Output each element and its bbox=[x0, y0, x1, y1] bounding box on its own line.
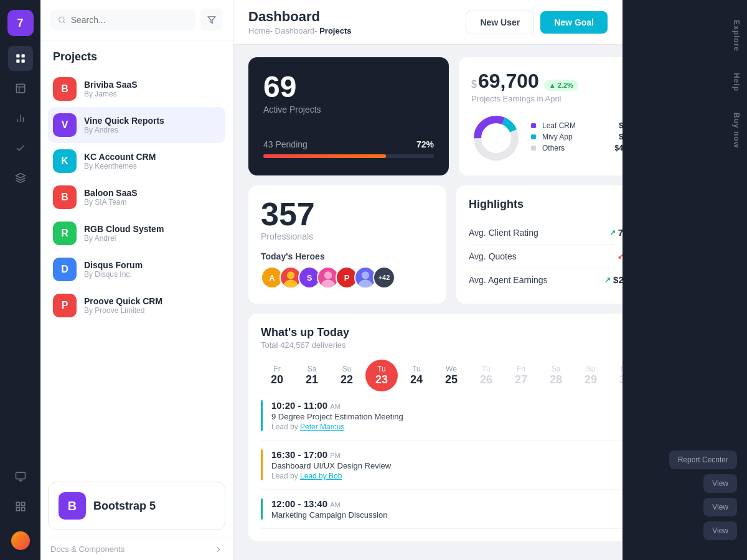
event-content-1: 10:20 - 11:00 AM 9 Degree Project Estima… bbox=[271, 400, 403, 431]
calendar-days: Fr 20 Sa 21 Su 22 Tu 23 bbox=[261, 360, 622, 391]
svg-marker-10 bbox=[16, 174, 25, 179]
progress-bar-fill bbox=[263, 154, 386, 158]
search-bar bbox=[40, 0, 233, 40]
page-title: Dashboard bbox=[248, 9, 351, 25]
bootstrap-card[interactable]: B Bootstrap 5 bbox=[48, 482, 225, 530]
cal-day-23[interactable]: Tu 23 bbox=[365, 360, 398, 391]
trend-up-icon-2: ↗ bbox=[604, 276, 611, 284]
project-by: By Disqus Inc. bbox=[84, 270, 143, 279]
sidebar-icon-monitor[interactable] bbox=[8, 464, 33, 489]
project-name: Baloon SaaS bbox=[84, 188, 138, 198]
search-input-wrap[interactable] bbox=[50, 10, 195, 30]
cal-day-28[interactable]: Sa 28 bbox=[540, 360, 572, 391]
professionals-number: 357 bbox=[261, 198, 434, 230]
cal-day-21[interactable]: Sa 21 bbox=[296, 360, 328, 391]
earnings-label: Projects Earnings in April bbox=[471, 94, 622, 103]
tab-buy-now[interactable]: Buy now bbox=[726, 103, 747, 158]
svg-point-27 bbox=[321, 280, 334, 289]
earnings-number: 69,700 bbox=[478, 70, 539, 93]
svg-rect-0 bbox=[16, 54, 19, 57]
pending-row: 43 Pending 72% bbox=[263, 139, 434, 149]
event-lead-link-1[interactable]: Peter Marcus bbox=[300, 422, 344, 431]
professionals-card: 357 Professionals Today's Heroes A S P bbox=[248, 185, 446, 304]
event-bar-3 bbox=[261, 498, 263, 520]
event-lead-link-2[interactable]: Lead by Bob bbox=[300, 472, 342, 480]
project-item-proove-quick-crm[interactable]: P Proove Quick CRM By Proove Limited bbox=[48, 287, 225, 324]
project-logo: P bbox=[53, 294, 77, 317]
sidebar-icon-grid[interactable] bbox=[8, 46, 33, 71]
highlights-title: Highlights bbox=[469, 198, 622, 211]
project-item-baloon-saas[interactable]: B Baloon SaaS By SIA Team bbox=[48, 179, 225, 215]
sidebar-icon-layers[interactable] bbox=[8, 166, 33, 190]
project-info: Proove Quick CRM By Proove Limited bbox=[84, 296, 162, 315]
user-avatar[interactable]: 7 bbox=[7, 10, 34, 36]
view-button-3[interactable]: View bbox=[703, 521, 737, 540]
sidebar-icon-chart[interactable] bbox=[8, 106, 33, 131]
svg-point-24 bbox=[287, 271, 294, 279]
whatsup-card: What's up Today Total 424,567 deliveries… bbox=[248, 314, 622, 541]
cal-day-20[interactable]: Fr 20 bbox=[261, 360, 293, 391]
project-item-kc-account-crm[interactable]: K KC Account CRM By Keenthemes bbox=[48, 143, 225, 179]
bottom-user-avatar[interactable] bbox=[11, 531, 30, 550]
project-logo: B bbox=[53, 77, 77, 101]
sidebar-icon-grid2[interactable] bbox=[8, 494, 33, 519]
view-button-2[interactable]: View bbox=[703, 498, 737, 516]
tab-help[interactable]: Help bbox=[726, 63, 747, 101]
svg-rect-17 bbox=[21, 508, 24, 511]
cal-day-26[interactable]: Tu 26 bbox=[470, 360, 502, 391]
search-input[interactable] bbox=[71, 15, 188, 25]
cal-day-29[interactable]: Su 29 bbox=[575, 360, 607, 391]
legend-name-others: Others bbox=[542, 144, 611, 152]
new-user-button[interactable]: New User bbox=[466, 11, 534, 34]
avatar-more: +42 bbox=[373, 266, 395, 289]
event-3: 12:00 - 13:40 AM Marketing Campaign Disc… bbox=[261, 490, 622, 529]
event-time-3: 12:00 - 13:40 AM bbox=[271, 498, 387, 509]
filter-button[interactable] bbox=[200, 9, 223, 31]
project-name: Briviba SaaS bbox=[84, 80, 138, 90]
project-info: Briviba SaaS By James bbox=[84, 80, 138, 98]
breadcrumb-active: Projects bbox=[319, 26, 351, 35]
event-2: 16:30 - 17:00 PM Dashboard UI/UX Design … bbox=[261, 441, 622, 490]
donut-chart bbox=[471, 113, 521, 163]
earnings-dollar: $ bbox=[471, 79, 477, 90]
tab-explore[interactable]: Explore bbox=[726, 10, 747, 62]
highlight-val-rating: ↗ 7.8 10 bbox=[609, 227, 622, 238]
cal-day-22[interactable]: Su 22 bbox=[331, 360, 363, 391]
sidebar-icons: 7 bbox=[0, 0, 40, 560]
project-info: RGB Cloud System By Andrei bbox=[84, 224, 164, 243]
project-item-disqus-forum[interactable]: D Disqus Forum By Disqus Inc. bbox=[48, 251, 225, 287]
dashboard-area: 69 Active Projects 43 Pending 72% $ 69,7… bbox=[233, 45, 622, 560]
highlight-label-rating: Avg. Client Rating bbox=[469, 228, 538, 238]
event-title-3: Marketing Campaign Discussion bbox=[271, 510, 387, 520]
project-name: Proove Quick CRM bbox=[84, 296, 162, 306]
projects-heading: Projects bbox=[40, 40, 233, 68]
cal-day-27[interactable]: Fri 27 bbox=[505, 360, 537, 391]
view-button-1[interactable]: View bbox=[703, 474, 737, 493]
legend-dot-leaf bbox=[531, 123, 536, 128]
highlight-row-earnings: Avg. Agent Earnings ↗ $2,309 bbox=[469, 268, 622, 291]
svg-rect-16 bbox=[16, 508, 19, 511]
new-goal-button[interactable]: New Goal bbox=[540, 11, 608, 34]
cal-day-25[interactable]: We 25 bbox=[435, 360, 467, 391]
search-icon bbox=[58, 16, 66, 24]
sidebar-icon-check[interactable] bbox=[8, 136, 33, 161]
docs-bar: Docs & Components bbox=[40, 538, 233, 560]
heroes-label: Today's Heroes bbox=[261, 251, 434, 261]
svg-marker-20 bbox=[208, 17, 215, 24]
event-content-2: 16:30 - 17:00 PM Dashboard UI/UX Design … bbox=[271, 449, 391, 480]
project-logo: B bbox=[53, 185, 77, 209]
highlight-label-quotes: Avg. Quotes bbox=[469, 251, 517, 261]
cal-day-30[interactable]: Mo 30 bbox=[609, 360, 622, 391]
project-item-rgb-cloud-system[interactable]: R RGB Cloud System By Andrei bbox=[48, 215, 225, 251]
project-item-briviba-saas[interactable]: B Briviba SaaS By James bbox=[48, 71, 225, 107]
report-center-button[interactable]: Report Cecnter bbox=[669, 450, 737, 469]
project-by: By James bbox=[84, 90, 138, 98]
project-by: By Andrei bbox=[84, 234, 164, 243]
project-item-vine-quick-reports[interactable]: V Vine Quick Reports By Andres bbox=[48, 107, 225, 143]
event-lead-2: Lead by Lead by Bob bbox=[271, 472, 391, 480]
cal-day-24[interactable]: Tu 24 bbox=[400, 360, 433, 391]
event-lead-1: Lead by Peter Marcus bbox=[271, 422, 403, 431]
active-projects-number: 69 bbox=[263, 72, 434, 102]
sidebar-icon-dashboard[interactable] bbox=[8, 76, 33, 101]
event-1: 10:20 - 11:00 AM 9 Degree Project Estima… bbox=[261, 391, 622, 441]
